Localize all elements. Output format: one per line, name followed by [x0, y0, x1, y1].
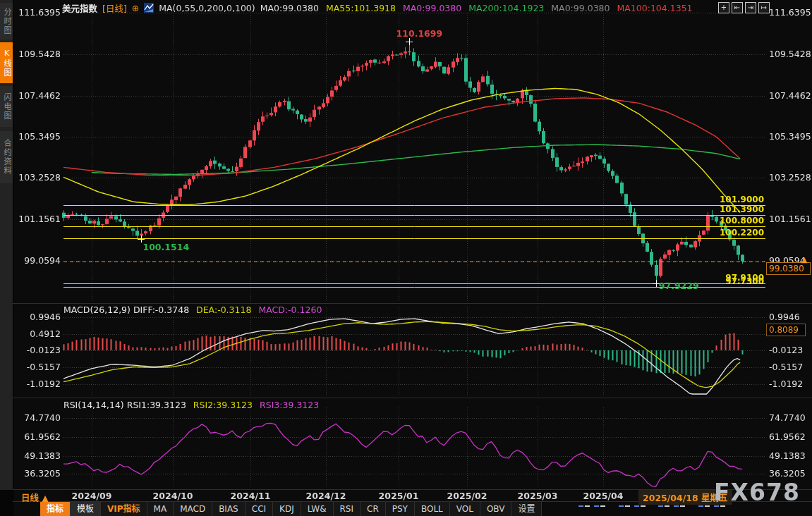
toolbar-button-VOL[interactable]: VOL — [450, 502, 480, 516]
indicator-legend-item: RSI3:39.3123 — [260, 400, 319, 410]
toolbar-button-MA[interactable]: MA — [147, 502, 174, 516]
ma-legend-item: MA55:101.3918 — [326, 3, 396, 13]
rsi-tick-left: 74.7740 — [14, 412, 61, 424]
price-tick-right: 111.6395 — [769, 7, 812, 18]
month-label: 2025/03 — [518, 491, 558, 501]
watermark-logo: FX678 — [714, 479, 800, 506]
window-buttons: +⇤⇥↦ — [718, 2, 770, 13]
toolbar-button-MACD[interactable]: MACD — [174, 502, 212, 516]
price-up-arrow-icon: ▲ — [801, 255, 807, 264]
month-label: 2024/09 — [72, 491, 112, 501]
toolbar-button-PSY[interactable]: PSY — [386, 502, 415, 516]
indicator-legend-item: RSI2:39.3123 — [193, 400, 253, 410]
ma-legend-item: MA100:104.1351 — [617, 3, 693, 13]
price-tick-right: 109.5428 — [769, 49, 812, 60]
expand-icon[interactable]: ⊕ — [132, 3, 139, 13]
price-tick-left: 99.0594 — [14, 255, 61, 266]
low-price-label: 100.1514 — [143, 242, 189, 252]
toolbar-button-LW&[interactable]: LW& — [301, 502, 334, 516]
key-level-label: 97.7300 — [706, 276, 764, 286]
rsi-tick-left: 61.9562 — [14, 431, 61, 443]
price-tick-left: 103.2528 — [14, 172, 61, 183]
toolbar-button-BOLL[interactable]: BOLL — [415, 502, 450, 516]
shift-right-icon[interactable]: ↦ — [758, 2, 770, 13]
indicator-legend-item: DEA:-0.3118 — [196, 305, 251, 315]
sidebar-tab-1[interactable]: 分时图 — [0, 3, 13, 39]
ma-formula: MA(0,55,0,200,0,100) — [159, 3, 255, 13]
price-tick-left: 105.3495 — [14, 131, 61, 142]
sidebar-tab-4[interactable]: 合约资料 — [0, 131, 13, 183]
key-level-label: 101.9000 — [706, 195, 764, 204]
toolbar-button-设置[interactable]: 设置 — [511, 502, 542, 516]
macd-header: MACD(26,12,9) DIFF:-0.3748DEA:-0.3118MAC… — [63, 305, 322, 315]
indicator-legend-item: RSI(14,14,14) RSI1:39.3123 — [63, 400, 186, 410]
indicator-legend-item: MACD(26,12,9) DIFF:-0.3748 — [63, 305, 189, 315]
rsi-tick-left: 36.3205 — [14, 468, 61, 479]
ma-legend-item: MA0:99.0380 — [551, 3, 610, 13]
rsi-tick-right: 49.1383 — [769, 450, 812, 462]
toolbar-button-指标[interactable]: 指标 — [40, 502, 71, 516]
ma-legend-item: MA200:104.1923 — [468, 3, 544, 13]
month-label: 2024/12 — [306, 491, 346, 501]
macd-tick-left: 0.4912 — [14, 328, 61, 340]
indicator-legend-item: MACD:-0.1260 — [258, 305, 322, 315]
price-tick-left: 109.5428 — [14, 49, 61, 60]
ma-legend-item: MA0:99.0380 — [403, 3, 461, 13]
month-label: 2024/11 — [231, 491, 271, 501]
macd-tick-right: -1.0192 — [769, 379, 812, 390]
macd-tick-right: -0.0123 — [769, 345, 812, 356]
rsi-tick-right: 61.9562 — [769, 431, 812, 443]
price-tick-left: 107.4462 — [14, 90, 61, 102]
month-label: 2025/02 — [447, 491, 487, 501]
month-label: 2025/04 — [583, 491, 624, 501]
month-label: 2025/01 — [379, 491, 419, 501]
toolbar-button-VIP指标[interactable]: VIP指标 — [101, 502, 147, 516]
toolbar-button-RSI[interactable]: RSI — [334, 502, 361, 516]
high-price-label: 110.1699 — [396, 28, 443, 39]
price-tick-right: 105.3495 — [769, 131, 812, 142]
macd-tick-right: 0.9946 — [769, 312, 812, 323]
sidebar-bottom — [0, 490, 13, 516]
compress-left-icon[interactable]: ⇤ — [732, 2, 743, 13]
app-window: 分时图K线图闪电图合约资料 美元指数 [日线] ⊕ MA(0,55,0,200,… — [0, 0, 812, 516]
price-tick-left: 101.1561 — [14, 214, 61, 225]
period-tag[interactable]: [日线] — [102, 1, 127, 15]
ma-legend-item: MA0:99.0380 — [260, 3, 319, 13]
macd-value-box: 0.8089 — [766, 324, 806, 336]
chart-canvas[interactable] — [0, 0, 812, 516]
sidebar-tab-3[interactable]: 闪电图 — [0, 86, 13, 127]
price-tick-right: 107.4462 — [769, 90, 812, 102]
rsi-tick-right: 74.7740 — [769, 412, 812, 424]
rsi-tick-right: 36.3205 — [769, 468, 812, 479]
toolbar-button-OBV[interactable]: OBV — [480, 502, 512, 516]
toolbar-button-CR[interactable]: CR — [360, 502, 386, 516]
sidebar-tab-2[interactable]: K线图 — [0, 42, 13, 83]
sidebar: 分时图K线图闪电图合约资料 — [0, 0, 13, 516]
macd-tick-left: -0.5157 — [14, 362, 61, 373]
toolbar-button-CCI[interactable]: CCI — [246, 502, 273, 516]
month-label: 2024/10 — [153, 491, 193, 501]
rsi-tick-left: 49.1383 — [14, 450, 61, 462]
date-axis: 日线 ▲ 2025/04/18 星期五 2024/092024/102024/1… — [13, 490, 812, 502]
key-level-label: 101.3900 — [706, 204, 764, 214]
key-level-label: 100.2200 — [706, 228, 764, 238]
toolbar-button-模板[interactable]: 模板 — [71, 502, 101, 516]
price-tick-left: 111.6395 — [14, 7, 61, 18]
ma-legend: MA0:99.0380MA55:101.3918MA0:99.0380MA200… — [260, 3, 693, 13]
compress-right-icon[interactable]: ⇥ — [745, 2, 756, 13]
panel-separator — [13, 398, 812, 398]
low-price-label: 97.9229 — [659, 281, 699, 291]
toolbar-button-KDJ[interactable]: KDJ — [273, 502, 301, 516]
chart-style-icon[interactable] — [144, 3, 154, 13]
key-level-label: 100.8000 — [706, 216, 764, 226]
macd-tick-left: -0.0123 — [14, 345, 61, 356]
toolbar-button-BIAS[interactable]: BIAS — [212, 502, 246, 516]
macd-tick-right: -0.5157 — [769, 362, 812, 373]
panel-separator — [13, 303, 812, 304]
macd-tick-left: -1.0192 — [14, 379, 61, 390]
chart-header: 美元指数 [日线] ⊕ MA(0,55,0,200,0,100) MA0:99.… — [62, 2, 693, 13]
macd-tick-left: 0.9946 — [14, 312, 61, 323]
pan-icon[interactable]: + — [718, 2, 729, 13]
indicator-toolbar: 指标模板VIP指标MAMACDBIASCCIKDJLW&RSICRPSYBOLL… — [40, 502, 542, 516]
price-tick-right: 101.1561 — [769, 214, 812, 225]
